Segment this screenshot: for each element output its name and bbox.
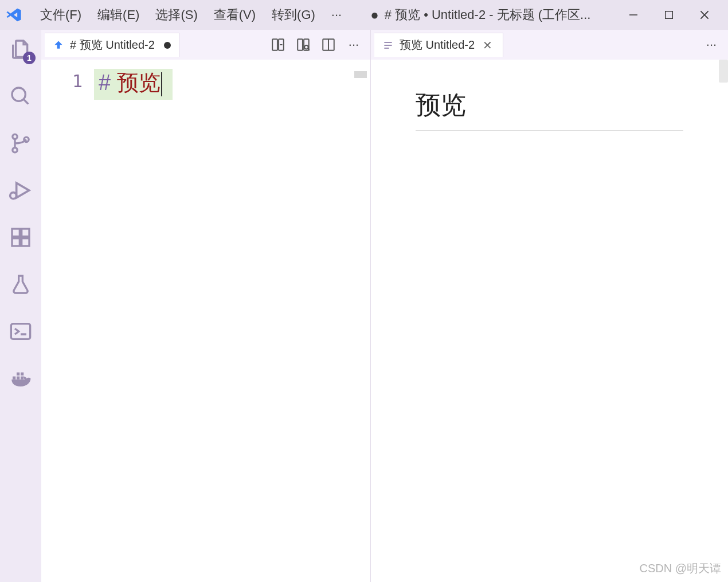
search-icon xyxy=(9,85,32,108)
preview-heading: 预览 xyxy=(416,88,683,131)
ellipsis-icon: ··· xyxy=(349,37,359,52)
activity-bar: 1 xyxy=(0,30,41,582)
svg-point-4 xyxy=(12,88,25,101)
activity-testing[interactable] xyxy=(7,271,34,298)
svg-rect-17 xyxy=(21,377,24,380)
markdown-file-icon xyxy=(53,40,64,51)
tab-preview-label: 预览 Untitled-2 xyxy=(400,37,475,53)
close-window-button[interactable] xyxy=(687,0,722,30)
code-line-1: # 预览 xyxy=(94,69,173,100)
minimap[interactable] xyxy=(354,71,367,78)
source-editor[interactable]: 1 # 预览 xyxy=(41,60,370,582)
svg-rect-11 xyxy=(22,229,29,236)
markdown-heading-text: 预览 xyxy=(117,71,161,95)
menu-file[interactable]: 文件(F) xyxy=(32,4,89,26)
tab-preview[interactable]: 预览 Untitled-2 ✕ xyxy=(374,33,503,57)
main-area: 1 xyxy=(0,30,728,582)
modified-indicator-icon: ● xyxy=(370,7,379,23)
svg-rect-19 xyxy=(21,373,24,376)
minimize-icon xyxy=(628,9,639,21)
maximize-icon xyxy=(664,10,674,20)
menu-select[interactable]: 选择(S) xyxy=(147,4,205,26)
svg-point-6 xyxy=(13,134,17,139)
tab-source[interactable]: # 预览 Untitled-2 xyxy=(45,33,179,57)
code-area[interactable]: # 预览 xyxy=(94,60,370,582)
close-icon xyxy=(698,9,711,21)
line-number-1: 1 xyxy=(41,71,83,91)
svg-rect-22 xyxy=(298,39,303,50)
activity-docker[interactable] xyxy=(7,365,34,392)
activity-remote[interactable] xyxy=(7,318,34,345)
tab-source-label: # 预览 Untitled-2 xyxy=(70,37,155,53)
svg-rect-20 xyxy=(272,39,277,50)
docker-icon xyxy=(9,366,33,390)
svg-rect-14 xyxy=(11,324,30,339)
svg-line-5 xyxy=(24,99,28,104)
markdown-heading-marker: # xyxy=(99,71,117,95)
window-title: ● # 预览 • Untitled-2 - 无标题 (工作区... xyxy=(370,6,616,24)
open-preview-side-button[interactable] xyxy=(293,35,313,54)
svg-rect-12 xyxy=(12,239,19,246)
activity-extensions[interactable] xyxy=(7,224,34,251)
menu-view[interactable]: 查看(V) xyxy=(206,4,264,26)
line-gutter: 1 xyxy=(41,60,94,582)
editor-pane-source: # 预览 Untitled-2 ··· xyxy=(41,30,371,582)
more-actions-right[interactable]: ··· xyxy=(702,35,721,54)
preview-side-icon xyxy=(296,37,311,52)
terminal-icon xyxy=(9,320,32,343)
svg-rect-16 xyxy=(17,377,19,380)
editor-groups: # 预览 Untitled-2 ··· xyxy=(41,30,728,582)
watermark-text: CSDN @明天谭 xyxy=(639,561,721,576)
extensions-icon xyxy=(9,226,32,249)
activity-run-debug[interactable] xyxy=(7,177,34,204)
maximize-button[interactable] xyxy=(651,0,687,30)
text-cursor xyxy=(161,72,162,96)
svg-rect-1 xyxy=(666,11,673,19)
split-horizontal-icon xyxy=(321,37,336,52)
source-control-icon xyxy=(9,132,32,155)
svg-point-7 xyxy=(13,148,17,153)
ellipsis-icon: ··· xyxy=(706,37,717,52)
tab-close-button[interactable]: ✕ xyxy=(480,38,495,52)
editor-pane-preview: 预览 Untitled-2 ✕ ··· 预览 xyxy=(371,30,728,582)
window-title-text: # 预览 • Untitled-2 - 无标题 (工作区... xyxy=(385,6,591,24)
tab-actions-right: ··· xyxy=(702,35,725,54)
vscode-logo-icon xyxy=(6,7,22,23)
tab-actions-left: ··· xyxy=(268,35,367,54)
title-bar: 文件(F) 编辑(E) 选择(S) 查看(V) 转到(G) ··· ● # 预览… xyxy=(0,0,728,30)
menu-go[interactable]: 转到(G) xyxy=(264,4,323,26)
more-actions-left[interactable]: ··· xyxy=(344,35,363,54)
svg-point-9 xyxy=(10,193,17,199)
activity-source-control[interactable] xyxy=(7,130,34,157)
svg-rect-15 xyxy=(13,377,15,380)
markdown-preview[interactable]: 预览 xyxy=(371,60,728,582)
open-changes-button[interactable] xyxy=(268,35,288,54)
svg-rect-13 xyxy=(22,239,29,246)
menu-overflow-icon[interactable]: ··· xyxy=(323,5,350,25)
preview-file-icon xyxy=(382,40,394,51)
beaker-icon xyxy=(9,273,32,296)
tab-modified-dot-icon xyxy=(164,42,171,49)
explorer-badge: 1 xyxy=(23,52,36,64)
split-editor-button[interactable] xyxy=(319,35,338,54)
minimize-button[interactable] xyxy=(616,0,651,30)
svg-rect-18 xyxy=(17,373,19,376)
activity-explorer[interactable]: 1 xyxy=(7,36,34,63)
scrollbar-vertical[interactable] xyxy=(719,60,728,83)
menu-edit[interactable]: 编辑(E) xyxy=(89,4,147,26)
tab-bar-right: 预览 Untitled-2 ✕ ··· xyxy=(371,30,728,60)
tab-bar-left: # 预览 Untitled-2 ··· xyxy=(41,30,370,60)
compare-icon xyxy=(271,37,285,52)
activity-search[interactable] xyxy=(7,83,34,110)
window-controls xyxy=(616,0,722,30)
svg-rect-10 xyxy=(12,229,19,236)
debug-icon xyxy=(8,178,33,203)
